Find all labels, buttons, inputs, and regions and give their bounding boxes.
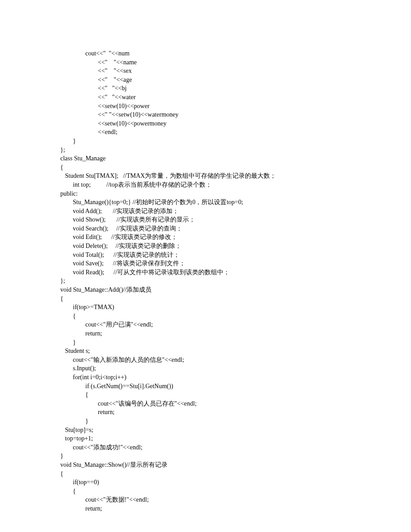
code-line: <<setw(10)<<power: [60, 102, 351, 111]
code-line: <<" "<<setw(10)<<watermoney: [60, 110, 351, 119]
code-line: void Edit(); //实现该类记录的修改；: [60, 233, 351, 242]
code-line: {: [60, 294, 351, 303]
code-line: cout<<"用户已满"<<endl;: [60, 320, 351, 329]
code-line: if(top==0): [60, 478, 351, 487]
code-line: <<" "<<age: [60, 75, 351, 84]
code-line: {: [60, 487, 351, 496]
code-line: s.Input();: [60, 364, 351, 373]
code-line: <<" "<<water: [60, 93, 351, 102]
code-line: {: [60, 163, 351, 172]
code-line: }: [60, 417, 351, 426]
code-line: top=top+1;: [60, 434, 351, 443]
code-line: }: [60, 338, 351, 347]
code-line: <<" "<<bj: [60, 84, 351, 93]
code-line: <<endl;: [60, 128, 351, 137]
code-line: void Add(); //实现该类记录的添加；: [60, 207, 351, 216]
code-line: void Save(); //将该类记录保存到文件；: [60, 259, 351, 268]
code-line: };: [60, 146, 351, 155]
code-line: void Read(); //可从文件中将记录读取到该类的数组中；: [60, 268, 351, 277]
code-line: void Search(); //实现该类记录的查询；: [60, 224, 351, 233]
code-line: return;: [60, 329, 351, 338]
code-line: int top; //top表示当前系统中存储的记录个数；: [60, 180, 351, 189]
code-line: void Stu_Manage::Add()//添加成员: [60, 285, 351, 294]
code-line: Stu[top]=s;: [60, 426, 351, 435]
code-line: }: [60, 452, 351, 461]
code-line: cout<<"该编号的人员已存在"<<endl;: [60, 399, 351, 408]
code-line: if(top>=TMAX): [60, 303, 351, 312]
code-document: cout<<" "<<num <<" "<<name <<" "<<sex <<…: [0, 0, 411, 532]
code-line: <<" "<<sex: [60, 67, 351, 75]
code-line: }: [60, 137, 351, 146]
code-line: {: [60, 390, 351, 399]
code-line: cout<<"输入新添加的人员的信息"<<endl;: [60, 356, 351, 364]
code-line: Stu_Manage(){top=0;} //初始时记录的个数为0，所以设置to…: [60, 198, 351, 207]
code-line: void Delete(); //实现该类记录的删除；: [60, 242, 351, 251]
code-line: class Stu_Manage: [60, 154, 351, 163]
code-line: };: [60, 276, 351, 285]
code-line: cout<<" "<<num: [60, 49, 351, 58]
code-line: <<" "<<name: [60, 58, 351, 67]
code-line: return;: [60, 408, 351, 417]
code-line: public:: [60, 189, 351, 198]
code-line: void Total(); //实现该类记录的统计；: [60, 251, 351, 260]
code-line: Student Stu[TMAX]; //TMAX为常量，为数组中可存储的学生记…: [60, 172, 351, 180]
code-line: <<setw(10)<<powermoney: [60, 119, 351, 128]
code-line: Student s;: [60, 347, 351, 356]
code-line: return;: [60, 504, 351, 513]
code-line: for(int i=0;i<top;i++): [60, 373, 351, 382]
code-line: if (s.GetNum()==Stu[i].GetNum()): [60, 382, 351, 391]
code-line: cout<<"无数据!"<<endl;: [60, 495, 351, 504]
code-line: void Show(); //实现该类所有记录的显示；: [60, 215, 351, 224]
code-line: void Stu_Manage::Show()//显示所有记录: [60, 461, 351, 469]
code-line: {: [60, 312, 351, 321]
code-line: {: [60, 469, 351, 478]
code-line: cout<<"添加成功!"<<endl;: [60, 443, 351, 452]
